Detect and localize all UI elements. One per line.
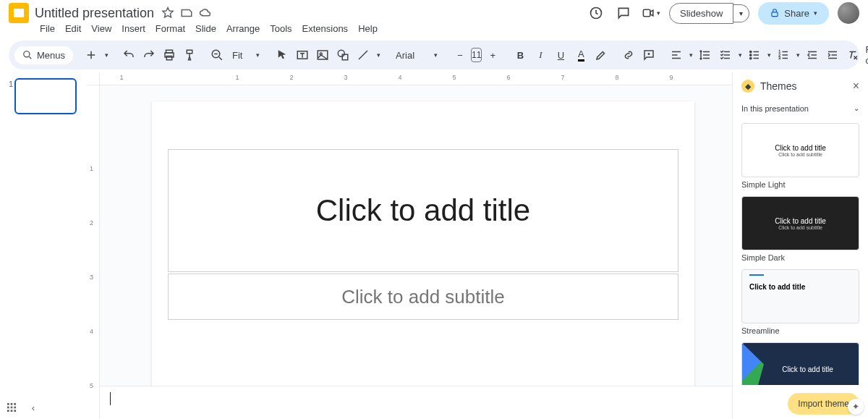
svg-point-15 xyxy=(750,57,752,59)
slide-canvas[interactable]: Click to add title Click to add subtitle xyxy=(152,101,694,419)
share-dropdown-icon: ▾ xyxy=(814,9,817,17)
menu-tools[interactable]: Tools xyxy=(265,22,297,35)
insert-comment-button[interactable] xyxy=(639,46,658,64)
theme-item[interactable]: Click to add title Click to add subtitle… xyxy=(741,123,859,189)
checklist-button[interactable] xyxy=(716,46,735,64)
numbered-list-button[interactable]: 123 xyxy=(774,46,793,64)
subtitle-placeholder[interactable]: Click to add subtitle xyxy=(168,274,678,320)
title-placeholder[interactable]: Click to add title xyxy=(168,149,678,272)
close-icon[interactable]: × xyxy=(853,80,859,93)
canvas-area: 1 1 2 3 4 5 6 7 8 9 1 2 3 4 5 Click to a… xyxy=(87,72,732,419)
checklist-dropdown[interactable]: ▾ xyxy=(736,46,744,64)
account-avatar[interactable] xyxy=(838,2,859,24)
svg-rect-1 xyxy=(643,9,650,17)
shape-tool[interactable] xyxy=(333,46,352,64)
comments-icon[interactable] xyxy=(614,4,633,22)
image-tool[interactable] xyxy=(313,46,332,64)
svg-rect-23 xyxy=(11,407,13,409)
slide-thumb-preview[interactable] xyxy=(14,78,77,114)
font-size-increase[interactable]: + xyxy=(483,46,502,64)
svg-rect-25 xyxy=(7,410,9,412)
speaker-notes[interactable] xyxy=(100,386,732,419)
zoom-button[interactable] xyxy=(208,46,226,64)
text-color-button[interactable]: A xyxy=(571,46,590,64)
search-menus-button[interactable]: Menus xyxy=(14,46,73,64)
ruler-horizontal[interactable]: 1 1 2 3 4 5 6 7 8 9 xyxy=(100,72,732,85)
line-tool[interactable] xyxy=(354,46,373,64)
svg-rect-22 xyxy=(7,407,9,409)
title-bar: Untitled presentation ▾ Slideshow ▾ Shar… xyxy=(0,0,868,22)
line-dropdown[interactable]: ▾ xyxy=(374,46,383,64)
star-icon[interactable] xyxy=(161,7,174,20)
zoom-value: Fit xyxy=(232,50,242,61)
highlight-button[interactable] xyxy=(592,46,610,64)
theme-preview[interactable]: Click to add title xyxy=(741,342,859,385)
align-dropdown[interactable]: ▾ xyxy=(687,46,694,64)
menu-insert[interactable]: Insert xyxy=(116,22,150,35)
bullet-dropdown[interactable]: ▾ xyxy=(765,46,773,64)
history-icon[interactable] xyxy=(587,4,605,22)
indent-increase-button[interactable] xyxy=(823,46,842,64)
insert-link-button[interactable] xyxy=(619,46,638,64)
document-title[interactable]: Untitled presentation xyxy=(35,6,154,21)
font-size-input[interactable]: 11 xyxy=(471,48,482,62)
indent-decrease-button[interactable] xyxy=(803,46,822,64)
svg-rect-12 xyxy=(342,54,348,60)
themes-list[interactable]: Click to add title Click to add subtitle… xyxy=(733,117,868,385)
bottom-controls: ‹ xyxy=(4,400,41,415)
new-slide-button[interactable] xyxy=(82,46,101,64)
theme-item[interactable]: Click to add title Click to add subtitle… xyxy=(741,196,859,262)
redo-button[interactable] xyxy=(140,46,158,64)
menu-format[interactable]: Format xyxy=(150,22,190,35)
search-menus-label: Menus xyxy=(37,50,65,61)
paint-format-button[interactable] xyxy=(180,46,199,64)
ruler-vertical[interactable]: 1 2 3 4 5 xyxy=(87,85,100,419)
svg-rect-2 xyxy=(772,12,778,17)
themes-panel: ◆ Themes × In this presentation ⌄ Click … xyxy=(732,72,868,419)
slide-thumbnail[interactable]: 1 xyxy=(6,78,81,114)
new-slide-dropdown[interactable]: ▾ xyxy=(102,46,111,64)
theme-item[interactable]: Click to add title Streamline xyxy=(741,269,859,335)
svg-rect-21 xyxy=(14,403,16,405)
menu-view[interactable]: View xyxy=(86,22,116,35)
print-button[interactable] xyxy=(160,46,179,64)
explore-fab[interactable]: ✦ xyxy=(848,399,864,415)
underline-button[interactable]: U xyxy=(551,46,570,64)
theme-preview[interactable]: Click to add title Click to add subtitle xyxy=(741,196,859,250)
cloud-status-icon[interactable] xyxy=(199,7,212,20)
slide-number: 1 xyxy=(9,80,13,88)
align-button[interactable] xyxy=(667,46,686,64)
textbox-tool[interactable] xyxy=(293,46,312,64)
clear-format-button[interactable] xyxy=(843,46,862,64)
menu-help[interactable]: Help xyxy=(353,22,383,35)
slideshow-dropdown[interactable]: ▾ xyxy=(733,4,749,22)
themes-section-toggle[interactable]: In this presentation ⌄ xyxy=(733,100,868,117)
grid-view-icon[interactable] xyxy=(4,400,19,415)
collapse-filmstrip-icon[interactable]: ‹ xyxy=(26,400,41,415)
bullet-list-button[interactable] xyxy=(745,46,764,64)
menu-file[interactable]: File xyxy=(35,22,60,35)
zoom-select[interactable]: Fit▾ xyxy=(228,46,264,64)
bold-button[interactable]: B xyxy=(511,46,529,64)
slideshow-button[interactable]: Slideshow xyxy=(669,3,733,24)
numbered-dropdown[interactable]: ▾ xyxy=(794,46,801,64)
font-size-decrease[interactable]: − xyxy=(451,46,469,64)
slides-logo-icon[interactable] xyxy=(9,3,29,23)
font-select[interactable]: Arial▾ xyxy=(391,46,442,64)
italic-button[interactable]: I xyxy=(531,46,550,64)
theme-item[interactable]: Click to add title Focus xyxy=(741,342,859,385)
theme-preview[interactable]: Click to add title Click to add subtitle xyxy=(741,123,859,177)
undo-button[interactable] xyxy=(119,46,138,64)
select-tool[interactable] xyxy=(273,46,292,64)
menu-edit[interactable]: Edit xyxy=(60,22,86,35)
move-icon[interactable] xyxy=(180,7,193,20)
meet-icon[interactable]: ▾ xyxy=(642,4,660,22)
menu-extensions[interactable]: Extensions xyxy=(297,22,354,35)
filmstrip[interactable]: 1 xyxy=(0,72,87,419)
theme-preview[interactable]: Click to add title xyxy=(741,269,859,323)
menu-arrange[interactable]: Arrange xyxy=(221,22,265,35)
line-spacing-button[interactable] xyxy=(696,46,715,64)
share-button[interactable]: Share ▾ xyxy=(758,2,829,25)
menu-slide[interactable]: Slide xyxy=(190,22,221,35)
main-area: 1 1 1 2 3 4 5 6 7 8 9 1 2 3 4 5 Click to… xyxy=(0,72,868,419)
